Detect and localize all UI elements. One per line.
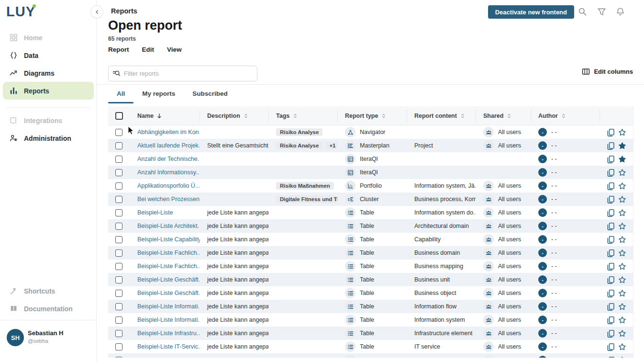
copy-report-button[interactable] — [607, 222, 615, 230]
row-checkbox[interactable] — [115, 357, 122, 358]
copy-report-button[interactable] — [607, 262, 615, 271]
favorite-star-button[interactable] — [618, 182, 626, 190]
column-header-description[interactable]: Description — [200, 110, 268, 122]
copy-report-button[interactable] — [607, 329, 615, 338]
report-name-link[interactable]: Beispiel-Liste Informati... — [137, 317, 200, 323]
report-name-link[interactable]: Applikationsporfolio Ü... — [137, 182, 200, 189]
row-checkbox[interactable] — [115, 276, 122, 283]
report-name-link[interactable]: Bei welchen Prozessen... — [137, 196, 200, 203]
favorite-star-button[interactable] — [618, 262, 626, 271]
column-header-name[interactable]: Name — [130, 110, 200, 122]
report-name-link[interactable]: Beispiel-Liste Geschäft... — [137, 276, 200, 283]
row-checkbox[interactable] — [115, 263, 122, 270]
deactivate-frontend-button[interactable]: Deactivate new frontend — [488, 5, 574, 19]
favorite-star-button[interactable] — [618, 289, 626, 297]
sidebar-item-diagrams[interactable]: Diagrams — [3, 64, 94, 82]
filter-icon[interactable] — [597, 7, 606, 16]
row-checkbox[interactable] — [115, 317, 122, 324]
report-name-link[interactable]: Abhängigkeiten im Kon... — [137, 129, 200, 136]
favorite-star-button[interactable] — [618, 128, 626, 136]
copy-report-button[interactable] — [607, 169, 615, 177]
sidebar-item-reports[interactable]: Reports — [3, 82, 94, 100]
report-name-link[interactable]: Aktuell laufende Projek... — [137, 142, 200, 149]
sidebar-item-administration[interactable]: Administration — [3, 129, 94, 147]
report-name-link[interactable]: Anzahl Informationssy... — [137, 169, 200, 176]
sidebar-item-data[interactable]: Data — [3, 46, 94, 64]
favorite-star-button[interactable] — [618, 195, 626, 204]
report-name-link[interactable]: Beispiel-Liste Geschäft... — [137, 290, 200, 296]
favorite-star-button[interactable] — [618, 236, 626, 244]
favorite-star-button[interactable] — [618, 249, 626, 257]
copy-report-button[interactable] — [607, 128, 615, 136]
report-name-link[interactable]: Beispiel-Liste Fachlich... — [137, 263, 200, 270]
select-all-checkbox[interactable] — [115, 112, 123, 120]
favorite-star-button[interactable] — [618, 343, 626, 351]
edit-columns-button[interactable]: Edit columns — [582, 68, 633, 76]
favorite-star-button[interactable] — [618, 155, 626, 163]
sidebar-item-home[interactable]: Home — [3, 29, 94, 46]
report-name-link[interactable]: Anzahl der Technische... — [137, 156, 200, 162]
tab-subscribed[interactable]: Subscribed — [184, 85, 236, 103]
column-header-tags[interactable]: Tags — [268, 110, 337, 122]
tab-all[interactable]: All — [108, 85, 133, 103]
favorite-star-button[interactable] — [618, 209, 626, 217]
row-checkbox[interactable] — [115, 169, 122, 176]
favorite-star-button[interactable] — [618, 142, 626, 150]
menu-item-report[interactable]: Report — [108, 46, 129, 53]
row-checkbox[interactable] — [115, 156, 122, 163]
copy-report-button[interactable] — [607, 289, 615, 297]
report-name-link[interactable]: Beispiel-Liste Capability — [137, 236, 200, 243]
report-name-link[interactable]: Beispiel-Liste Fachlich... — [137, 249, 200, 256]
row-checkbox[interactable] — [115, 129, 122, 136]
favorite-star-button[interactable] — [618, 356, 626, 358]
row-checkbox[interactable] — [115, 303, 122, 310]
favorite-star-button[interactable] — [618, 222, 626, 230]
report-name-link[interactable]: Beispiel-Liste Architekt... — [137, 223, 200, 229]
favorite-star-button[interactable] — [618, 303, 626, 311]
column-header-author[interactable]: Author — [531, 110, 600, 122]
column-header-shared[interactable]: Shared — [476, 110, 531, 122]
copy-report-button[interactable] — [607, 249, 615, 257]
filter-reports-input[interactable] — [108, 66, 257, 81]
copy-report-button[interactable] — [607, 356, 615, 358]
sidebar-item-integrations[interactable]: Integrations — [3, 112, 94, 129]
sidebar-item-shortcuts[interactable]: Shortcuts — [3, 282, 94, 300]
copy-report-button[interactable] — [607, 276, 615, 284]
tab-my-reports[interactable]: My reports — [133, 85, 184, 103]
row-checkbox[interactable] — [115, 223, 122, 230]
sidebar-collapse-button[interactable] — [90, 5, 103, 18]
copy-report-button[interactable] — [607, 209, 615, 217]
copy-report-button[interactable] — [607, 236, 615, 244]
breadcrumb[interactable]: Reports — [111, 7, 137, 15]
sidebar-item-documentation[interactable]: Documentation — [3, 300, 94, 317]
copy-report-button[interactable] — [607, 316, 615, 324]
row-checkbox[interactable] — [115, 209, 122, 216]
report-name-link[interactable]: Beispiel-Liste — [137, 209, 173, 216]
column-header-report-type[interactable]: Report type — [337, 110, 407, 122]
copy-report-button[interactable] — [607, 142, 615, 150]
row-checkbox[interactable] — [115, 182, 122, 190]
copy-report-button[interactable] — [607, 195, 615, 204]
report-name-link[interactable]: Beispiel-Liste Infrastru... — [137, 330, 200, 337]
favorite-star-button[interactable] — [618, 329, 626, 338]
user-profile[interactable]: SH Sebastian H @sebha — [0, 320, 97, 362]
row-checkbox[interactable] — [115, 196, 122, 203]
favorite-star-button[interactable] — [618, 316, 626, 324]
report-name-link[interactable]: Beispiel-Liste IT-Servic... — [137, 343, 200, 350]
report-name-link[interactable]: Beispiel-Liste Informati... — [137, 303, 200, 310]
favorite-star-button[interactable] — [618, 276, 626, 284]
copy-report-button[interactable] — [607, 155, 615, 163]
copy-report-button[interactable] — [607, 343, 615, 351]
search-icon[interactable] — [578, 7, 587, 16]
row-checkbox[interactable] — [115, 330, 122, 337]
favorite-star-button[interactable] — [618, 169, 626, 177]
menu-item-view[interactable]: View — [167, 46, 182, 53]
column-header-report-content[interactable]: Report content — [407, 110, 476, 122]
copy-report-button[interactable] — [607, 182, 615, 190]
row-checkbox[interactable] — [115, 343, 122, 351]
copy-report-button[interactable] — [607, 303, 615, 311]
row-checkbox[interactable] — [115, 249, 122, 257]
menu-item-edit[interactable]: Edit — [142, 46, 155, 53]
notifications-bell-icon[interactable] — [616, 7, 625, 16]
row-checkbox[interactable] — [115, 290, 122, 297]
